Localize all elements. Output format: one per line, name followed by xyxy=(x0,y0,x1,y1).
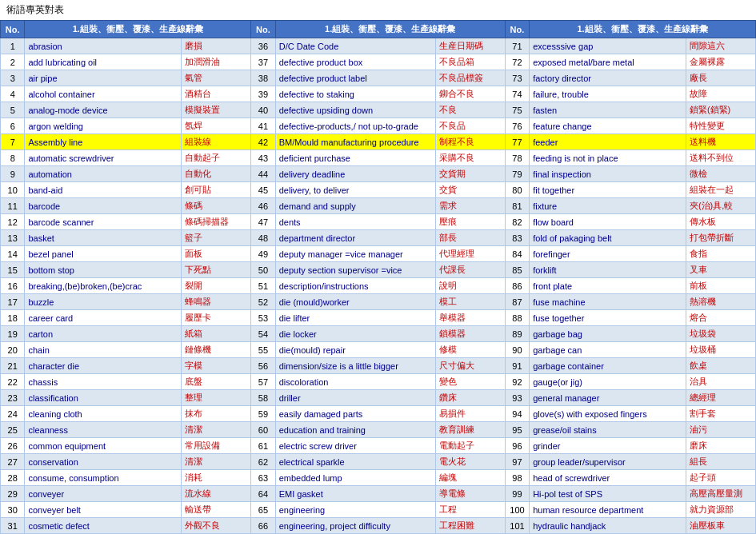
no-col3: 82 xyxy=(505,214,529,230)
no-col2: 40 xyxy=(251,102,275,118)
english-col3: excesssive gap xyxy=(530,38,686,54)
table-row: 3 air pipe 氣管 38 defective product label… xyxy=(1,70,756,86)
chinese-col2: 不良 xyxy=(435,102,505,118)
table-row: 2 add lubricating oil 加潤滑油 37 defective … xyxy=(1,54,756,70)
english-col2: driller xyxy=(275,390,435,406)
chinese-col2: 電火花 xyxy=(435,454,505,470)
no-col2: 63 xyxy=(251,470,275,486)
no-col2: 48 xyxy=(251,230,275,246)
table-row: 29 conveyer 流水線 64 EMI gasket 導電條 99 Hi-… xyxy=(1,486,756,502)
english-col1: classification xyxy=(25,390,182,406)
no-col1: 6 xyxy=(1,118,25,134)
chinese-col1: 蜂鳴器 xyxy=(182,294,251,310)
chinese-col3: 微檢 xyxy=(686,166,755,182)
english-col2: delivery deadline xyxy=(275,166,435,182)
chinese-col1: 抹布 xyxy=(182,406,251,422)
no-col2: 54 xyxy=(251,326,275,342)
chinese-col3: 打包帶折斷 xyxy=(686,230,755,246)
no-col3: 73 xyxy=(505,70,529,86)
no-col2: 61 xyxy=(251,438,275,454)
no-col3: 95 xyxy=(505,422,529,438)
chinese-col2: 代課長 xyxy=(435,262,505,278)
table-row: 23 classification 整理 58 driller 鑽床 93 ge… xyxy=(1,390,756,406)
english-col2: defective to staking xyxy=(275,86,435,102)
chinese-col2: 壓痕 xyxy=(435,214,505,230)
english-col1: automatic screwdriver xyxy=(25,150,182,166)
chinese-col1: 條碼 xyxy=(182,198,251,214)
table-row: 8 automatic screwdriver 自動起子 43 deficien… xyxy=(1,150,756,166)
table-row: 11 barcode 條碼 46 demand and supply 需求 81… xyxy=(1,198,756,214)
no-col3: 90 xyxy=(505,342,529,358)
english-col2: department director xyxy=(275,230,435,246)
no-col1: 23 xyxy=(1,390,25,406)
chinese-col1: 輸送帶 xyxy=(182,502,251,518)
no-col2: 56 xyxy=(251,358,275,374)
chinese-col3: 鎖緊(鎖緊) xyxy=(686,102,755,118)
english-col3: grease/oil stains xyxy=(530,422,686,438)
english-col1: bezel panel xyxy=(25,246,182,262)
chinese-col3: 總經理 xyxy=(686,390,755,406)
no-col3: 88 xyxy=(505,310,529,326)
chinese-col2: 不良品箱 xyxy=(435,54,505,70)
chinese-col1: 消耗 xyxy=(182,470,251,486)
chinese-col3: 組長 xyxy=(686,454,755,470)
no-col3: 92 xyxy=(505,374,529,390)
chinese-col3: 磨床 xyxy=(686,438,755,454)
english-col3: feeder xyxy=(530,134,686,150)
english-col1: add lubricating oil xyxy=(25,54,182,70)
chinese-col2: 工程 xyxy=(435,502,505,518)
chinese-col1: 下死點 xyxy=(182,262,251,278)
chinese-col3: 廠長 xyxy=(686,70,755,86)
chinese-col1: 整理 xyxy=(182,390,251,406)
table-row: 22 chassis 底盤 57 discoloration 變色 92 gau… xyxy=(1,374,756,390)
table-row: 12 barcode scanner 條碼掃描器 47 dents 壓痕 82 … xyxy=(1,214,756,230)
table-row: 24 cleaning cloth 抹布 59 easily damaged p… xyxy=(1,406,756,422)
english-col3: fit together xyxy=(530,182,686,198)
english-col1: cleanness xyxy=(25,422,182,438)
no-col3: 98 xyxy=(505,470,529,486)
english-col3: exposed metal/bare metal xyxy=(530,54,686,70)
english-col1: cleaning cloth xyxy=(25,406,182,422)
chinese-col2: 變色 xyxy=(435,374,505,390)
no-col1: 25 xyxy=(1,422,25,438)
no-col2: 64 xyxy=(251,486,275,502)
header-no-1: No. xyxy=(1,21,25,38)
table-row: 16 breaking,(be)broken,(be)crac 裂開 51 de… xyxy=(1,278,756,294)
no-col2: 36 xyxy=(251,38,275,54)
no-col1: 5 xyxy=(1,102,25,118)
english-col2: discoloration xyxy=(275,374,435,390)
english-col1: cosmetic defect xyxy=(25,518,182,534)
english-col2: education and training xyxy=(275,422,435,438)
no-col2: 50 xyxy=(251,262,275,278)
english-col3: human resource department xyxy=(530,502,686,518)
chinese-col2: 不良品 xyxy=(435,118,505,134)
chinese-col3: 特性變更 xyxy=(686,118,755,134)
english-col1: conservation xyxy=(25,454,182,470)
chinese-col2: 不良品標簽 xyxy=(435,70,505,86)
no-col2: 53 xyxy=(251,310,275,326)
english-col2: defective-products,/ not up-to-grade xyxy=(275,118,435,134)
no-col1: 4 xyxy=(1,86,25,102)
chinese-col1: 創可貼 xyxy=(182,182,251,198)
no-col2: 47 xyxy=(251,214,275,230)
chinese-col2: 模工 xyxy=(435,294,505,310)
no-col1: 10 xyxy=(1,182,25,198)
chinese-col2: 導電條 xyxy=(435,486,505,502)
no-col2: 41 xyxy=(251,118,275,134)
no-col3: 93 xyxy=(505,390,529,406)
english-col2: deficient purchase xyxy=(275,150,435,166)
english-col1: chain xyxy=(25,342,182,358)
no-col2: 66 xyxy=(251,518,275,534)
table-row: 7 Assembly line 組裝線 42 BM/Mould manufact… xyxy=(1,134,756,150)
chinese-col3: 高壓高壓量測 xyxy=(686,486,755,502)
chinese-col3: 間隙這六 xyxy=(686,38,755,54)
chinese-col1: 外觀不良 xyxy=(182,518,251,534)
chinese-col2: 修模 xyxy=(435,342,505,358)
chinese-col2: 代理經理 xyxy=(435,246,505,262)
english-col3: flow board xyxy=(530,214,686,230)
table-row: 14 bezel panel 面板 49 deputy manager =vic… xyxy=(1,246,756,262)
table-row: 19 carton 紙箱 54 die locker 鎖模器 89 garbag… xyxy=(1,326,756,342)
english-col1: barcode xyxy=(25,198,182,214)
english-col1: conveyer belt xyxy=(25,502,182,518)
no-col2: 60 xyxy=(251,422,275,438)
